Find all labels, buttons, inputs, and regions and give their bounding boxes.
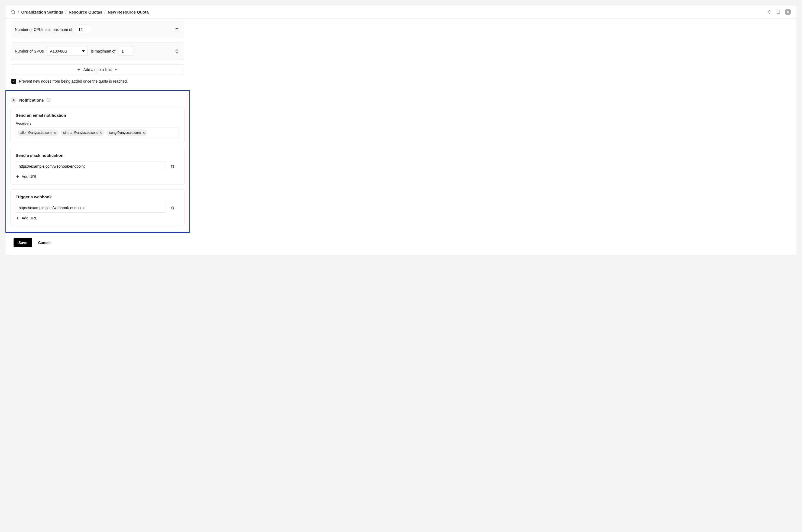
plus-icon <box>16 175 19 178</box>
help-icon[interactable]: ? <box>46 98 50 102</box>
receiver-tag: cong@anyscale.com ✕ <box>107 130 147 136</box>
webhook-url-input[interactable] <box>16 203 166 213</box>
gpu-type-value: A100-80G <box>50 49 68 53</box>
avatar[interactable]: S <box>785 9 791 15</box>
receiver-email: allen@anyscale.com <box>20 131 52 135</box>
delete-slack-url[interactable] <box>169 163 176 170</box>
receiver-tag: allen@anyscale.com ✕ <box>18 130 58 136</box>
slack-icon[interactable] <box>767 10 772 14</box>
remove-receiver-icon[interactable]: ✕ <box>99 131 102 135</box>
slack-notification-card: Send a slack notification Add URL <box>11 148 185 185</box>
add-quota-label: Add a quota limit <box>83 68 112 72</box>
form-column: Number of CPUs is a maximum of Number of… <box>11 21 184 250</box>
slack-url-input[interactable] <box>16 162 166 171</box>
add-slack-url-button[interactable]: Add URL <box>16 174 37 179</box>
cancel-button[interactable]: Cancel <box>38 241 51 245</box>
footer-buttons: Save Cancel <box>11 238 184 250</box>
breadcrumb-resource-quotas[interactable]: Resource Quotas <box>69 10 102 14</box>
app-window: / Organization Settings / Resource Quota… <box>5 5 797 255</box>
gpu-quota-prefix: Number of GPUs <box>15 49 44 53</box>
receiver-tag: simran@anyscale.com ✕ <box>61 130 105 136</box>
home-icon[interactable] <box>11 10 16 14</box>
breadcrumb-org-settings[interactable]: Organization Settings <box>21 10 63 14</box>
notifications-section: 4 Notifications ? Send an email notifica… <box>5 90 190 233</box>
step-badge: 4 <box>11 97 17 103</box>
delete-cpu-quota[interactable] <box>174 26 180 33</box>
remove-receiver-icon[interactable]: ✕ <box>142 131 145 135</box>
receivers-label: Receivers <box>16 121 179 126</box>
webhook-url-row <box>16 203 179 213</box>
caret-down-icon <box>82 50 85 53</box>
slack-card-title: Send a slack notification <box>16 153 179 158</box>
notifications-header: 4 Notifications ? <box>11 97 185 103</box>
add-slack-url-label: Add URL <box>22 174 37 179</box>
cpu-quota-label: Number of CPUs is a maximum of <box>15 27 72 32</box>
svg-rect-3 <box>769 13 770 14</box>
prevent-nodes-row: Prevent new nodes from being added once … <box>11 79 184 84</box>
webhook-notification-card: Trigger a webhook Add URL <box>11 189 185 226</box>
add-webhook-url-label: Add URL <box>22 216 37 220</box>
plus-icon <box>16 216 19 220</box>
slack-url-row <box>16 162 179 171</box>
docs-icon[interactable] <box>776 10 781 14</box>
svg-rect-2 <box>770 12 771 13</box>
chevron-down-icon <box>114 68 118 72</box>
delete-gpu-quota[interactable] <box>174 48 180 54</box>
plus-icon <box>77 68 81 72</box>
content: Number of CPUs is a maximum of Number of… <box>5 21 797 255</box>
gpu-type-select[interactable]: A100-80G <box>47 46 88 56</box>
breadcrumb-new-resource-quota[interactable]: New Resource Quota <box>108 10 149 14</box>
prevent-nodes-label: Prevent new nodes from being added once … <box>19 79 128 83</box>
delete-webhook-url[interactable] <box>169 205 176 211</box>
email-notification-card: Send an email notification Receivers all… <box>11 108 185 143</box>
page-header: / Organization Settings / Resource Quota… <box>5 5 797 19</box>
gpu-quota-input[interactable] <box>119 46 134 56</box>
receiver-email: cong@anyscale.com <box>109 131 141 135</box>
add-quota-limit-button[interactable]: Add a quota limit <box>11 64 184 75</box>
prevent-nodes-checkbox[interactable] <box>12 79 16 84</box>
remove-receiver-icon[interactable]: ✕ <box>53 131 56 135</box>
cpu-quota-input[interactable] <box>76 25 91 34</box>
notifications-title: Notifications <box>19 98 44 102</box>
breadcrumb: / Organization Settings / Resource Quota… <box>11 10 149 14</box>
receiver-email: simran@anyscale.com <box>63 131 98 135</box>
check-icon <box>12 80 16 83</box>
svg-rect-1 <box>769 10 770 11</box>
add-webhook-url-button[interactable]: Add URL <box>16 216 37 220</box>
svg-rect-4 <box>777 10 780 14</box>
save-button[interactable]: Save <box>14 238 32 247</box>
quota-row-cpu: Number of CPUs is a maximum of <box>11 21 184 38</box>
email-card-title: Send an email notification <box>16 113 179 117</box>
webhook-card-title: Trigger a webhook <box>16 194 179 199</box>
gpu-quota-suffix: is maximum of <box>91 49 115 53</box>
svg-rect-0 <box>768 12 769 13</box>
receivers-input[interactable]: allen@anyscale.com ✕ simran@anyscale.com… <box>16 128 179 138</box>
header-actions: S <box>767 9 791 15</box>
quota-row-gpu: Number of GPUs A100-80G is maximum of <box>11 42 184 60</box>
